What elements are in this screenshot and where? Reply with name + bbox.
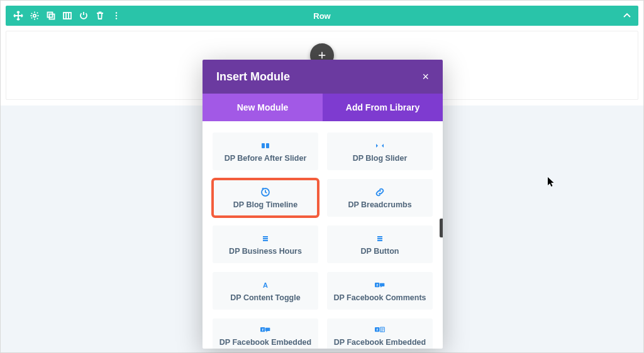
module-label: DP Facebook Comments <box>333 293 426 303</box>
power-icon[interactable] <box>79 11 89 21</box>
module-label: DP Blog Slider <box>353 154 408 163</box>
fb-comment-icon: f <box>375 280 385 291</box>
module-card[interactable]: fDP Facebook Embedded Post <box>327 318 433 349</box>
module-label: DP Blog Timeline <box>233 200 297 210</box>
close-icon[interactable]: × <box>422 71 429 82</box>
module-card[interactable]: DP Blog Slider <box>327 133 433 170</box>
slider-icon <box>260 140 270 151</box>
module-card[interactable]: fDP Facebook Embedded Comment <box>213 318 318 349</box>
modal-header: Insert Module × <box>203 60 443 94</box>
module-label: DP Business Hours <box>229 247 302 256</box>
module-card[interactable]: fDP Facebook Comments <box>327 272 433 310</box>
menu-icon <box>375 233 385 244</box>
module-label: DP Content Toggle <box>230 293 300 303</box>
menu-icon <box>260 233 270 244</box>
clock-icon <box>260 187 270 198</box>
modules-list: DP Before After SliderDP Blog SliderDP B… <box>203 121 443 349</box>
gear-icon[interactable] <box>30 11 40 21</box>
move-icon[interactable] <box>13 11 23 21</box>
fb-post-icon: f <box>375 324 385 335</box>
svg-point-4 <box>116 12 117 13</box>
modal-tabs: New Module Add From Library <box>203 94 443 121</box>
svg-text:A: A <box>263 281 268 289</box>
module-label: DP Facebook Embedded Post <box>331 338 429 349</box>
trash-icon[interactable] <box>95 11 105 21</box>
duplicate-icon[interactable] <box>46 11 56 21</box>
link-icon <box>375 187 385 198</box>
svg-rect-1 <box>48 13 53 18</box>
svg-point-0 <box>33 14 36 17</box>
collapse-icon[interactable] <box>622 11 632 21</box>
letter-a-icon: A <box>260 280 270 291</box>
svg-rect-8 <box>266 143 269 148</box>
module-card[interactable]: DP Before After Slider <box>213 133 318 170</box>
insert-module-modal: Insert Module × New Module Add From Libr… <box>203 60 443 349</box>
module-card[interactable]: DP Blog Timeline <box>213 179 318 217</box>
scrollbar-thumb[interactable] <box>440 219 443 237</box>
module-card[interactable]: ADP Content Toggle <box>213 272 318 310</box>
fb-comment-icon: f <box>260 324 270 335</box>
svg-point-5 <box>116 15 117 16</box>
module-label: DP Before After Slider <box>225 154 307 163</box>
module-card[interactable]: DP Button <box>327 225 433 263</box>
row-toolbar: Row <box>6 6 638 26</box>
svg-rect-7 <box>262 143 265 148</box>
svg-point-6 <box>116 18 117 19</box>
module-card[interactable]: DP Breadcrumbs <box>327 179 433 217</box>
svg-rect-3 <box>64 13 71 19</box>
modal-title: Insert Module <box>216 70 290 84</box>
module-label: DP Facebook Embedded Comment <box>216 338 314 349</box>
mouse-cursor <box>547 176 556 190</box>
svg-rect-2 <box>50 14 55 19</box>
module-card[interactable]: DP Business Hours <box>213 225 318 263</box>
columns-icon[interactable] <box>62 11 72 21</box>
tab-add-from-library[interactable]: Add From Library <box>323 94 443 121</box>
tab-new-module[interactable]: New Module <box>203 94 323 121</box>
arrows-icon <box>375 140 385 151</box>
module-label: DP Button <box>361 247 399 256</box>
module-label: DP Breadcrumbs <box>348 200 411 210</box>
more-icon[interactable] <box>111 11 121 21</box>
